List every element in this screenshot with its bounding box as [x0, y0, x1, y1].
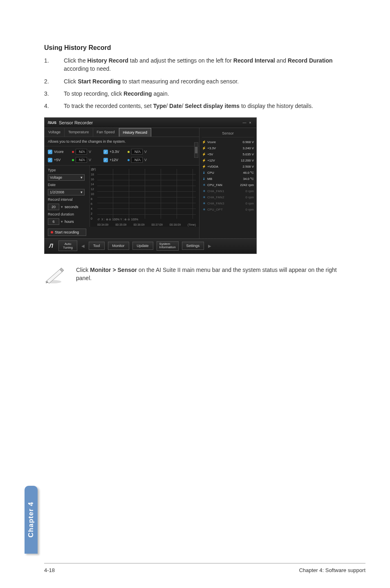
start-recording-button[interactable]: Start recording — [48, 229, 86, 236]
pencil-note-icon — [44, 266, 66, 284]
tab-temperature[interactable]: Temperature — [65, 128, 93, 137]
chevron-down-icon: ▾ — [81, 175, 83, 180]
close-button[interactable]: × — [247, 121, 253, 125]
sensor-panel-header: Sensor — [202, 130, 254, 137]
settings-button[interactable]: Settings — [182, 242, 204, 250]
sensor-row: ✳CHA_FAN20 rpm — [202, 194, 254, 200]
fan-icon: ✳ — [202, 189, 206, 193]
voltage-selection: ✓ Vcore N/A V ✓ +5V N/A V — [45, 146, 199, 166]
sensor-row: ✳CPU_FAN2242 rpm — [202, 182, 254, 188]
interval-label: Record interval — [48, 197, 86, 202]
interval-unit: seconds — [65, 205, 78, 209]
section-heading: Using History Record — [44, 44, 346, 52]
steps-list: 1. Click the History Record tab and adju… — [44, 56, 346, 110]
fan-icon: ✳ — [202, 195, 206, 199]
step-num: 3. — [44, 90, 64, 98]
titlebar: /SUS Sensor Recorder — × — [45, 118, 256, 128]
chevron-down-icon[interactable]: ▾ — [61, 220, 63, 224]
sensor-row: ⚡+VDDA2.508 V — [202, 164, 254, 170]
voltage-row: ✓ +5V N/A V — [48, 157, 91, 163]
x-axis: 00:34:09 00:35:09 00:36:09 00:37:09 00:3… — [97, 223, 196, 226]
chevron-down-icon[interactable]: ▾ — [61, 205, 63, 209]
checkbox-icon[interactable]: ✓ — [103, 158, 108, 162]
sensor-panel: Sensor ⚡Vcore0.968 V⚡+3.3V3.240 V⚡+5V5.0… — [199, 128, 256, 238]
step-text: To stop recording, click Recording again… — [64, 90, 346, 98]
update-button[interactable]: Update — [132, 242, 153, 250]
chevron-down-icon: ▾ — [81, 190, 83, 194]
bolt-icon: ⚡ — [202, 159, 206, 162]
bolt-icon: ⚡ — [202, 153, 206, 156]
system-info-button[interactable]: System Information — [157, 241, 179, 251]
sensor-row: 🌡CPU46.0 ºC — [202, 170, 254, 176]
tab-voltage[interactable]: Voltage — [45, 128, 65, 137]
bottom-toolbar: Л Auto Tuning ◀ Tool Monitor Update Syst… — [45, 238, 256, 254]
step-1: 1. Click the History Record tab and adju… — [44, 56, 346, 73]
chapter-label: Chapter 4: Software support — [299, 567, 365, 573]
step-3: 3. To stop recording, click Recording ag… — [44, 90, 346, 98]
sensor-recorder-window: /SUS Sensor Recorder — × Voltage Tempera… — [44, 117, 257, 254]
note-block: Click Monitor > Sensor on the AI Suite I… — [0, 266, 390, 284]
scroll-thumb[interactable] — [195, 147, 197, 153]
sensor-row: ⚡+12V12.200 V — [202, 157, 254, 164]
sensor-row: ⚡+5V5.035 V — [202, 151, 254, 157]
color-dot — [72, 159, 74, 161]
tool-button[interactable]: Tool — [89, 242, 105, 250]
date-select[interactable]: 1/2/2008▾ — [48, 189, 85, 195]
color-dot — [128, 159, 130, 161]
nav-right-icon[interactable]: ▶ — [207, 244, 212, 248]
interval-input[interactable]: 20 — [48, 204, 59, 210]
bolt-icon: ⚡ — [202, 165, 206, 168]
sensor-row: 🌡MB34.0 ºC — [202, 176, 254, 182]
voltage-row: ✓ +12V N/A V — [103, 157, 147, 163]
scrollbar[interactable] — [194, 142, 198, 158]
tab-fan-speed[interactable]: Fan Speed — [93, 128, 119, 137]
step-text: To track the recorded contents, set Type… — [64, 102, 346, 110]
duration-unit: hours — [65, 220, 74, 224]
fan-icon: ✳ — [202, 208, 206, 211]
zoom-controls[interactable]: ↺ X : ⊕ ⊖ 100% Y : ⊕ ⊖ 100% — [97, 218, 196, 221]
voltage-row: ✓ +3.3V N/A V — [103, 149, 147, 155]
sensor-row: ✳CHA_FAN10 rpm — [202, 188, 254, 194]
tab-history-record[interactable]: History Record — [119, 128, 152, 137]
step-num: 1. — [44, 56, 64, 73]
ai-logo-icon: Л — [47, 242, 55, 249]
brand-logo: /SUS — [48, 121, 56, 125]
step-2: 2. Click Start Recording to start measur… — [44, 77, 346, 85]
color-dot — [72, 151, 74, 153]
duration-input[interactable]: 6 — [48, 218, 59, 225]
therm-icon: 🌡 — [202, 177, 206, 181]
monitor-button[interactable]: Monitor — [108, 242, 129, 250]
step-text: Click Start Recording to start measuring… — [64, 77, 346, 85]
page-number: 4-18 — [44, 567, 55, 573]
checkbox-icon[interactable]: ✓ — [103, 150, 108, 154]
history-chart: (V) 20 18 16 14 12 10 8 6 4 2 0 00:34:09… — [90, 166, 199, 227]
sensor-row: ⚡+3.3V3.240 V — [202, 145, 254, 151]
fan-icon: ✳ — [202, 183, 206, 187]
duration-label: Record duration — [48, 212, 86, 216]
page-footer: 4-18 Chapter 4: Software support — [44, 567, 365, 573]
chart-controls: Type Voltage▾ Date 1/2/2008▾ Record inte… — [45, 166, 90, 238]
step-num: 2. — [44, 77, 64, 85]
type-label: Type — [48, 168, 86, 172]
chapter-side-tab: Chapter 4 — [25, 486, 38, 554]
auto-tuning-button[interactable]: Auto Tuning — [58, 240, 77, 251]
description-text: Allows you to record the changes in the … — [45, 137, 199, 146]
color-dot — [128, 151, 130, 153]
chart-grid — [97, 169, 196, 219]
minimize-button[interactable]: — — [242, 121, 247, 125]
note-text: Click Monitor > Sensor on the AI Suite I… — [76, 266, 346, 284]
tab-bar: Voltage Temperature Fan Speed History Re… — [45, 128, 199, 137]
reset-icon[interactable]: ↺ — [97, 218, 100, 221]
type-select[interactable]: Voltage▾ — [48, 174, 85, 181]
date-label: Date — [48, 183, 86, 187]
voltage-row: ✓ Vcore N/A V — [48, 149, 91, 155]
bolt-icon: ⚡ — [202, 140, 206, 144]
nav-left-icon[interactable]: ◀ — [81, 244, 85, 248]
record-icon — [51, 231, 53, 233]
fan-icon: ✳ — [202, 202, 206, 205]
checkbox-icon[interactable]: ✓ — [48, 150, 52, 154]
step-text: Click the History Record tab and adjust … — [64, 56, 346, 73]
sensor-row: ⚡Vcore0.968 V — [202, 139, 254, 145]
checkbox-icon[interactable]: ✓ — [48, 158, 52, 162]
sensor-row: ✳CPU_OPT0 rpm — [202, 206, 254, 213]
